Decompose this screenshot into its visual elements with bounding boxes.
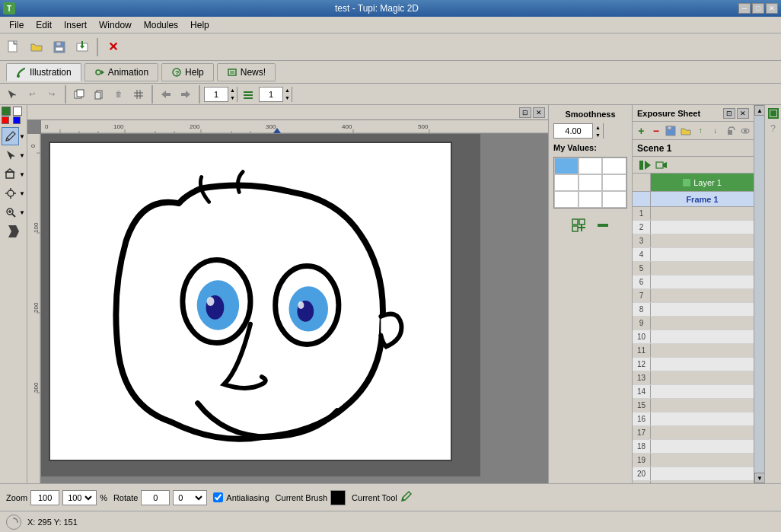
smoothness-down[interactable]: ▼ [592,131,603,139]
frame-row-cell[interactable] [651,303,754,316]
clear-color-icon[interactable] [594,216,612,234]
exp-down-btn[interactable]: ↓ [709,123,723,139]
frame-row-cell[interactable] [651,399,754,412]
frame-row[interactable]: 2 [633,221,754,234]
tab-animation[interactable]: Animation [84,63,158,81]
rotate-select[interactable]: 0 90 180 [175,492,205,503]
frame-row-cell[interactable] [651,385,754,398]
open-button[interactable] [26,37,47,58]
frame-row[interactable]: 9 [633,317,754,330]
frame-row[interactable]: 11 [633,344,754,358]
scene-play-btn[interactable] [637,158,652,172]
frame-row-cell[interactable] [651,221,754,234]
menu-edit[interactable]: Edit [30,18,58,32]
frame-row-cell[interactable] [651,262,754,275]
frame-row[interactable]: 14 [633,385,754,399]
pencil-tool-arrow[interactable]: ▼ [19,133,25,140]
frame-row[interactable]: 18 [633,440,754,454]
frame-row[interactable]: 16 [633,413,754,426]
frame-row[interactable]: 6 [633,276,754,289]
frame-row-cell[interactable] [651,440,754,453]
frame-row[interactable]: 21 [633,481,754,483]
scroll-track[interactable] [754,116,764,473]
menu-help[interactable]: Help [184,18,215,32]
canvas-close-button[interactable]: ✕ [533,107,545,118]
select-tool[interactable] [2,146,19,164]
color-b[interactable] [13,116,21,124]
antialiasing-checkbox[interactable] [213,492,223,502]
exp-lock-btn[interactable] [723,123,738,139]
color-cell-0[interactable] [554,158,579,174]
grid-btn[interactable] [129,86,148,103]
frame-row-cell[interactable] [651,454,754,467]
frame-name-cell[interactable]: Frame 1 [651,192,754,206]
onion-next[interactable] [177,86,195,103]
smoothness-input[interactable]: 4.00 [554,126,592,135]
frame-row[interactable]: 5 [633,262,754,276]
frame-row-cell[interactable] [651,248,754,261]
frame-number-input[interactable]: 1 [205,90,228,99]
frame-down-arrow[interactable]: ▼ [228,94,237,102]
save-button[interactable] [49,37,70,58]
pencil-tool[interactable] [2,127,19,145]
frame-row-cell[interactable] [651,330,754,343]
frame-row-cell[interactable] [651,371,754,384]
tab-illustration[interactable]: Illustration [6,63,81,81]
add-color-icon[interactable] [569,216,588,234]
color-r[interactable] [2,116,9,124]
layer-up-arrow[interactable]: ▲ [282,87,292,94]
frame-row[interactable]: 12 [633,358,754,371]
close-button[interactable]: ✕ [766,3,778,14]
color-cell-4[interactable] [579,174,603,191]
layer-name-cell[interactable]: Layer 1 [651,174,754,191]
copy-btn[interactable] [70,86,88,103]
frame-up-arrow[interactable]: ▲ [228,87,237,94]
smoothness-up[interactable]: ▲ [592,123,603,131]
exposure-restore-btn[interactable]: ⊡ [723,108,735,119]
zoom-tool-arrow[interactable]: ▼ [19,209,25,216]
maximize-button[interactable]: □ [752,3,764,14]
menu-window[interactable]: Window [93,18,138,32]
brush-swatch[interactable] [330,490,346,505]
frame-row[interactable]: 1 [633,207,754,221]
menu-file[interactable]: File [3,18,30,32]
delete-button[interactable]: ✕ [102,37,123,58]
color-cell-6[interactable] [554,191,579,208]
frame-row-cell[interactable] [651,207,754,220]
select-tool-arrow[interactable]: ▼ [19,152,25,159]
transform-tool-arrow[interactable]: ▼ [19,190,25,197]
new-button[interactable] [3,37,24,58]
frame-row-cell[interactable] [651,481,754,483]
menu-modules[interactable]: Modules [138,18,184,32]
frame-row-cell[interactable] [651,344,754,357]
frame-row-cell[interactable] [651,413,754,425]
paste-btn[interactable] [90,86,108,103]
frame-row[interactable]: 4 [633,248,754,262]
menu-insert[interactable]: Insert [58,18,93,32]
frame-row-cell[interactable] [651,426,754,439]
exp-visibility-btn[interactable] [738,123,753,139]
frame-row[interactable]: 13 [633,371,754,385]
delete-frame-btn[interactable]: 🗑 [110,86,128,103]
redo-btn[interactable]: ↪ [43,86,61,103]
layer-number-input[interactable]: 1 [260,90,282,99]
frame-row-cell[interactable] [651,317,754,330]
frame-row[interactable]: 19 [633,454,754,467]
drawing-canvas[interactable] [49,142,452,461]
zoom-select[interactable]: 100 50 200 [65,492,94,503]
foreground-color[interactable] [2,107,11,116]
frame-row-cell[interactable] [651,234,754,247]
scroll-up-btn[interactable]: ▲ [754,105,765,116]
transform-tool[interactable] [2,184,19,202]
exp-up-btn[interactable]: ↑ [693,123,708,139]
shape-tool-arrow[interactable]: ▼ [19,171,25,178]
cursor-tool[interactable] [3,86,21,103]
frame-row-cell[interactable] [651,467,754,480]
rotate-input[interactable]: 0 [142,493,169,502]
background-color[interactable] [13,107,22,116]
exp-save-btn[interactable] [664,123,678,139]
color-cell-1[interactable] [579,158,603,174]
scroll-down-btn[interactable]: ▼ [754,473,765,483]
zoom-input[interactable]: 100 [31,493,59,502]
extra-btn-2[interactable]: ? [767,122,780,135]
